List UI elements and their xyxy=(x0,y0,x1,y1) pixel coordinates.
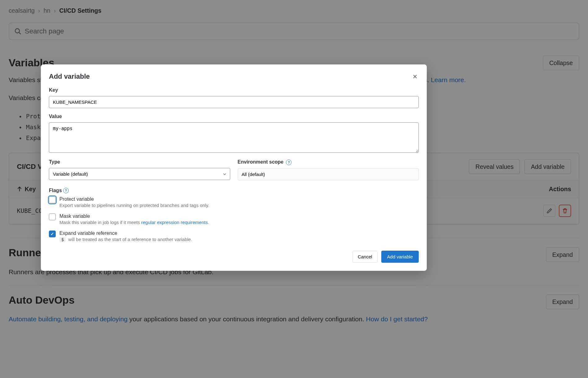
modal-title: Add variable xyxy=(49,73,90,81)
protect-title: Protect variable xyxy=(59,196,209,202)
key-input[interactable] xyxy=(49,96,419,108)
type-select[interactable]: Variable (default) xyxy=(49,168,230,180)
close-icon xyxy=(413,74,417,79)
mask-title: Mask variable xyxy=(59,213,209,219)
chevron-down-icon xyxy=(223,172,227,176)
type-label: Type xyxy=(49,159,230,165)
mask-checkbox[interactable] xyxy=(49,213,56,220)
protect-checkbox[interactable] xyxy=(49,196,56,203)
add-variable-modal: Add variable Key Value my-apps Type Vari… xyxy=(41,64,427,271)
mask-subtitle: Mask this variable in job logs if it mee… xyxy=(59,220,209,225)
scope-input[interactable] xyxy=(238,168,419,180)
modal-footer: Cancel Add variable xyxy=(49,251,419,263)
regex-req-link[interactable]: regular expression requirements xyxy=(141,220,208,225)
expand-subtitle: $ will be treated as the start of a refe… xyxy=(59,237,192,242)
scope-label: Environment scope ? xyxy=(238,159,419,165)
dollar-icon: $ xyxy=(59,237,66,242)
help-icon[interactable]: ? xyxy=(63,188,69,193)
protect-subtitle: Export variable to pipelines running on … xyxy=(59,203,209,208)
help-icon[interactable]: ? xyxy=(286,160,292,165)
flags-label: Flags ? xyxy=(49,188,69,193)
close-button[interactable] xyxy=(411,73,419,80)
expand-title: Expand variable reference xyxy=(59,231,192,236)
key-label: Key xyxy=(49,87,419,93)
expand-checkbox[interactable] xyxy=(49,231,56,237)
cancel-button[interactable]: Cancel xyxy=(352,251,378,263)
value-label: Value xyxy=(49,114,419,119)
submit-button[interactable]: Add variable xyxy=(381,251,419,263)
value-textarea[interactable]: my-apps xyxy=(49,122,419,153)
